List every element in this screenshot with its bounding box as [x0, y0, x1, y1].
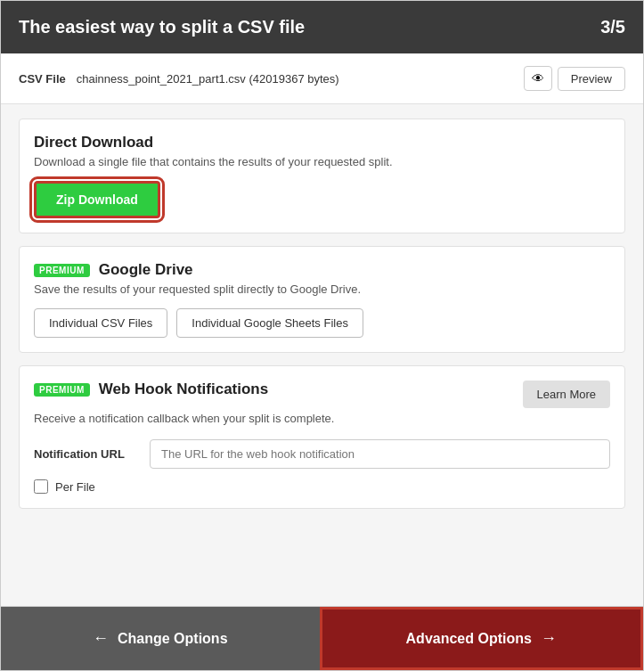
eye-button[interactable]: 👁	[524, 66, 552, 91]
step-indicator: 3/5	[600, 17, 625, 37]
notification-url-input[interactable]	[150, 439, 610, 469]
google-drive-premium-badge: PREMIUM	[34, 264, 90, 277]
forward-arrow-icon: →	[541, 629, 557, 648]
webhook-header: PREMIUM Web Hook Notifications Learn Mor…	[34, 381, 610, 408]
main-content: Direct Download Download a single file t…	[1, 104, 643, 606]
advanced-options-button[interactable]: Advanced Options →	[320, 607, 644, 670]
google-drive-title: Google Drive	[99, 261, 193, 279]
google-drive-description: Save the results of your requested split…	[34, 282, 610, 296]
notification-url-row: Notification URL	[34, 439, 610, 469]
learn-more-button[interactable]: Learn More	[523, 381, 610, 408]
webhook-description: Receive a notification callback when you…	[34, 412, 610, 425]
individual-sheets-button[interactable]: Individual Google Sheets Files	[176, 308, 363, 338]
csv-filename: chainness_point_2021_part1.csv (42019367…	[77, 72, 524, 86]
footer: ← Change Options Advanced Options →	[1, 606, 643, 670]
per-file-label: Per File	[55, 480, 95, 494]
individual-csv-button[interactable]: Individual CSV Files	[34, 308, 167, 338]
eye-icon: 👁	[532, 71, 544, 86]
preview-button[interactable]: Preview	[558, 67, 625, 91]
change-options-label: Change Options	[118, 631, 228, 647]
notification-url-label: Notification URL	[34, 447, 150, 461]
per-file-row: Per File	[34, 479, 610, 494]
app-container: The easiest way to split a CSV file 3/5 …	[0, 0, 644, 671]
google-drive-button-row: Individual CSV Files Individual Google S…	[34, 308, 610, 338]
zip-download-button[interactable]: Zip Download	[34, 181, 160, 218]
direct-download-title: Direct Download	[34, 134, 610, 151]
webhook-section: PREMIUM Web Hook Notifications Learn Mor…	[19, 365, 625, 509]
webhook-header-left: PREMIUM Web Hook Notifications	[34, 381, 268, 398]
google-drive-header-row: PREMIUM Google Drive	[34, 261, 610, 279]
webhook-title: Web Hook Notifications	[99, 381, 268, 398]
direct-download-description: Download a single file that contains the…	[34, 155, 610, 168]
csv-file-bar: CSV File chainness_point_2021_part1.csv …	[1, 53, 643, 104]
direct-download-section: Direct Download Download a single file t…	[19, 119, 625, 233]
header: The easiest way to split a CSV file 3/5	[1, 1, 643, 53]
per-file-checkbox[interactable]	[34, 479, 48, 494]
advanced-options-label: Advanced Options	[406, 631, 532, 647]
csv-file-label: CSV File	[19, 72, 66, 86]
back-arrow-icon: ←	[93, 629, 109, 648]
change-options-button[interactable]: ← Change Options	[1, 607, 320, 670]
page-title: The easiest way to split a CSV file	[19, 17, 305, 37]
webhook-premium-badge: PREMIUM	[34, 383, 90, 397]
google-drive-section: PREMIUM Google Drive Save the results of…	[19, 246, 625, 353]
